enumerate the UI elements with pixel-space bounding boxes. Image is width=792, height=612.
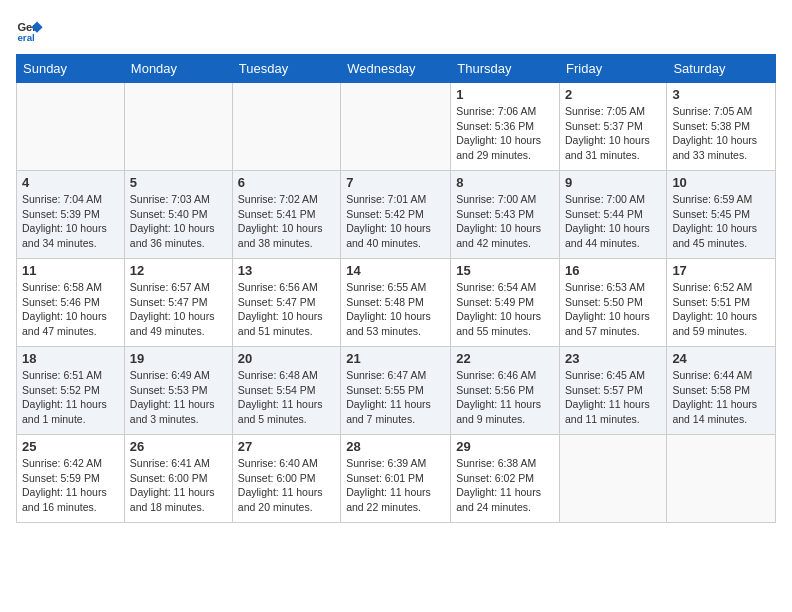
day-number: 28 bbox=[346, 439, 445, 454]
day-number: 25 bbox=[22, 439, 119, 454]
day-number: 11 bbox=[22, 263, 119, 278]
day-number: 29 bbox=[456, 439, 554, 454]
day-info: Sunrise: 6:41 AM Sunset: 6:00 PM Dayligh… bbox=[130, 456, 227, 515]
day-number: 10 bbox=[672, 175, 770, 190]
calendar-cell: 15Sunrise: 6:54 AM Sunset: 5:49 PM Dayli… bbox=[451, 259, 560, 347]
calendar-cell bbox=[124, 83, 232, 171]
day-number: 17 bbox=[672, 263, 770, 278]
day-info: Sunrise: 6:52 AM Sunset: 5:51 PM Dayligh… bbox=[672, 280, 770, 339]
day-info: Sunrise: 7:03 AM Sunset: 5:40 PM Dayligh… bbox=[130, 192, 227, 251]
day-info: Sunrise: 6:38 AM Sunset: 6:02 PM Dayligh… bbox=[456, 456, 554, 515]
day-number: 9 bbox=[565, 175, 661, 190]
day-number: 7 bbox=[346, 175, 445, 190]
day-info: Sunrise: 7:06 AM Sunset: 5:36 PM Dayligh… bbox=[456, 104, 554, 163]
day-info: Sunrise: 6:46 AM Sunset: 5:56 PM Dayligh… bbox=[456, 368, 554, 427]
logo: Gen eral bbox=[16, 16, 48, 44]
calendar-cell: 25Sunrise: 6:42 AM Sunset: 5:59 PM Dayli… bbox=[17, 435, 125, 523]
day-number: 6 bbox=[238, 175, 335, 190]
logo-icon: Gen eral bbox=[16, 16, 44, 44]
day-info: Sunrise: 6:53 AM Sunset: 5:50 PM Dayligh… bbox=[565, 280, 661, 339]
day-number: 22 bbox=[456, 351, 554, 366]
day-info: Sunrise: 7:04 AM Sunset: 5:39 PM Dayligh… bbox=[22, 192, 119, 251]
day-info: Sunrise: 6:56 AM Sunset: 5:47 PM Dayligh… bbox=[238, 280, 335, 339]
calendar-cell: 17Sunrise: 6:52 AM Sunset: 5:51 PM Dayli… bbox=[667, 259, 776, 347]
calendar-cell: 29Sunrise: 6:38 AM Sunset: 6:02 PM Dayli… bbox=[451, 435, 560, 523]
calendar-cell bbox=[17, 83, 125, 171]
day-info: Sunrise: 6:51 AM Sunset: 5:52 PM Dayligh… bbox=[22, 368, 119, 427]
calendar-cell: 12Sunrise: 6:57 AM Sunset: 5:47 PM Dayli… bbox=[124, 259, 232, 347]
calendar-cell: 3Sunrise: 7:05 AM Sunset: 5:38 PM Daylig… bbox=[667, 83, 776, 171]
day-number: 8 bbox=[456, 175, 554, 190]
day-number: 5 bbox=[130, 175, 227, 190]
day-number: 27 bbox=[238, 439, 335, 454]
calendar-cell: 24Sunrise: 6:44 AM Sunset: 5:58 PM Dayli… bbox=[667, 347, 776, 435]
calendar-cell: 11Sunrise: 6:58 AM Sunset: 5:46 PM Dayli… bbox=[17, 259, 125, 347]
week-row-1: 1Sunrise: 7:06 AM Sunset: 5:36 PM Daylig… bbox=[17, 83, 776, 171]
day-number: 13 bbox=[238, 263, 335, 278]
week-row-4: 18Sunrise: 6:51 AM Sunset: 5:52 PM Dayli… bbox=[17, 347, 776, 435]
day-info: Sunrise: 6:40 AM Sunset: 6:00 PM Dayligh… bbox=[238, 456, 335, 515]
day-info: Sunrise: 7:05 AM Sunset: 5:37 PM Dayligh… bbox=[565, 104, 661, 163]
calendar-cell: 28Sunrise: 6:39 AM Sunset: 6:01 PM Dayli… bbox=[341, 435, 451, 523]
day-number: 19 bbox=[130, 351, 227, 366]
day-info: Sunrise: 7:05 AM Sunset: 5:38 PM Dayligh… bbox=[672, 104, 770, 163]
day-info: Sunrise: 6:59 AM Sunset: 5:45 PM Dayligh… bbox=[672, 192, 770, 251]
week-row-3: 11Sunrise: 6:58 AM Sunset: 5:46 PM Dayli… bbox=[17, 259, 776, 347]
week-row-2: 4Sunrise: 7:04 AM Sunset: 5:39 PM Daylig… bbox=[17, 171, 776, 259]
calendar-cell: 18Sunrise: 6:51 AM Sunset: 5:52 PM Dayli… bbox=[17, 347, 125, 435]
calendar-cell: 2Sunrise: 7:05 AM Sunset: 5:37 PM Daylig… bbox=[560, 83, 667, 171]
day-info: Sunrise: 7:01 AM Sunset: 5:42 PM Dayligh… bbox=[346, 192, 445, 251]
calendar-cell: 9Sunrise: 7:00 AM Sunset: 5:44 PM Daylig… bbox=[560, 171, 667, 259]
calendar-cell bbox=[560, 435, 667, 523]
day-info: Sunrise: 7:00 AM Sunset: 5:44 PM Dayligh… bbox=[565, 192, 661, 251]
day-info: Sunrise: 6:54 AM Sunset: 5:49 PM Dayligh… bbox=[456, 280, 554, 339]
day-info: Sunrise: 6:42 AM Sunset: 5:59 PM Dayligh… bbox=[22, 456, 119, 515]
day-info: Sunrise: 7:02 AM Sunset: 5:41 PM Dayligh… bbox=[238, 192, 335, 251]
weekday-header-friday: Friday bbox=[560, 55, 667, 83]
day-number: 24 bbox=[672, 351, 770, 366]
calendar-cell: 8Sunrise: 7:00 AM Sunset: 5:43 PM Daylig… bbox=[451, 171, 560, 259]
calendar-table: SundayMondayTuesdayWednesdayThursdayFrid… bbox=[16, 54, 776, 523]
day-info: Sunrise: 7:00 AM Sunset: 5:43 PM Dayligh… bbox=[456, 192, 554, 251]
weekday-header-wednesday: Wednesday bbox=[341, 55, 451, 83]
day-info: Sunrise: 6:55 AM Sunset: 5:48 PM Dayligh… bbox=[346, 280, 445, 339]
calendar-cell: 16Sunrise: 6:53 AM Sunset: 5:50 PM Dayli… bbox=[560, 259, 667, 347]
calendar-cell: 10Sunrise: 6:59 AM Sunset: 5:45 PM Dayli… bbox=[667, 171, 776, 259]
day-info: Sunrise: 6:49 AM Sunset: 5:53 PM Dayligh… bbox=[130, 368, 227, 427]
day-number: 12 bbox=[130, 263, 227, 278]
calendar-cell: 13Sunrise: 6:56 AM Sunset: 5:47 PM Dayli… bbox=[232, 259, 340, 347]
weekday-header-monday: Monday bbox=[124, 55, 232, 83]
calendar-cell: 7Sunrise: 7:01 AM Sunset: 5:42 PM Daylig… bbox=[341, 171, 451, 259]
calendar-cell: 21Sunrise: 6:47 AM Sunset: 5:55 PM Dayli… bbox=[341, 347, 451, 435]
week-row-5: 25Sunrise: 6:42 AM Sunset: 5:59 PM Dayli… bbox=[17, 435, 776, 523]
day-info: Sunrise: 6:48 AM Sunset: 5:54 PM Dayligh… bbox=[238, 368, 335, 427]
day-number: 4 bbox=[22, 175, 119, 190]
calendar-cell: 6Sunrise: 7:02 AM Sunset: 5:41 PM Daylig… bbox=[232, 171, 340, 259]
calendar-cell: 23Sunrise: 6:45 AM Sunset: 5:57 PM Dayli… bbox=[560, 347, 667, 435]
day-info: Sunrise: 6:57 AM Sunset: 5:47 PM Dayligh… bbox=[130, 280, 227, 339]
day-number: 23 bbox=[565, 351, 661, 366]
calendar-cell: 5Sunrise: 7:03 AM Sunset: 5:40 PM Daylig… bbox=[124, 171, 232, 259]
day-number: 21 bbox=[346, 351, 445, 366]
day-number: 1 bbox=[456, 87, 554, 102]
calendar-cell: 20Sunrise: 6:48 AM Sunset: 5:54 PM Dayli… bbox=[232, 347, 340, 435]
calendar-cell: 1Sunrise: 7:06 AM Sunset: 5:36 PM Daylig… bbox=[451, 83, 560, 171]
svg-text:eral: eral bbox=[17, 32, 35, 43]
weekday-header-saturday: Saturday bbox=[667, 55, 776, 83]
calendar-cell: 22Sunrise: 6:46 AM Sunset: 5:56 PM Dayli… bbox=[451, 347, 560, 435]
calendar-cell bbox=[667, 435, 776, 523]
weekday-header-row: SundayMondayTuesdayWednesdayThursdayFrid… bbox=[17, 55, 776, 83]
calendar-cell: 26Sunrise: 6:41 AM Sunset: 6:00 PM Dayli… bbox=[124, 435, 232, 523]
day-number: 15 bbox=[456, 263, 554, 278]
page-header: Gen eral bbox=[16, 16, 776, 44]
weekday-header-sunday: Sunday bbox=[17, 55, 125, 83]
day-number: 14 bbox=[346, 263, 445, 278]
day-number: 20 bbox=[238, 351, 335, 366]
day-info: Sunrise: 6:39 AM Sunset: 6:01 PM Dayligh… bbox=[346, 456, 445, 515]
calendar-cell bbox=[232, 83, 340, 171]
weekday-header-thursday: Thursday bbox=[451, 55, 560, 83]
day-number: 3 bbox=[672, 87, 770, 102]
day-info: Sunrise: 6:47 AM Sunset: 5:55 PM Dayligh… bbox=[346, 368, 445, 427]
day-info: Sunrise: 6:45 AM Sunset: 5:57 PM Dayligh… bbox=[565, 368, 661, 427]
calendar-cell bbox=[341, 83, 451, 171]
